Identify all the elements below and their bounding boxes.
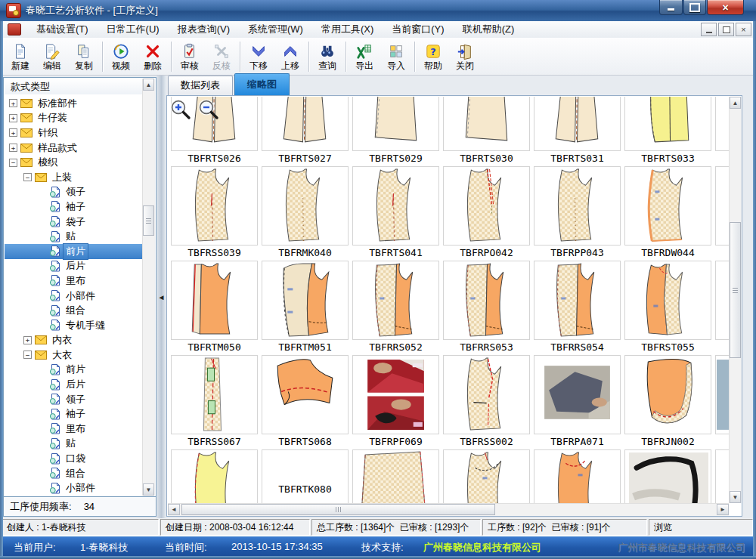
- tree-item-25[interactable]: 组合: [5, 466, 142, 481]
- tree-expand-toggle[interactable]: +: [23, 336, 32, 344]
- thumbnail-cell-r3c3[interactable]: TBFRSS002: [443, 355, 530, 448]
- tab-data-list[interactable]: 数据列表: [168, 76, 233, 95]
- toolbar-button-close-door[interactable]: 关闭: [449, 40, 481, 73]
- thumbnail-cell-r2c2[interactable]: TBFRRS052: [352, 261, 439, 354]
- menu-item-5[interactable]: 当前窗口(Y): [383, 21, 453, 38]
- menu-item-0[interactable]: 基础设置(T): [27, 21, 98, 38]
- toolbar-button-search-binoculars[interactable]: 查询: [311, 40, 343, 73]
- tab-thumbnail-view[interactable]: 缩略图: [234, 73, 290, 95]
- thumbnail-cell-r3c6[interactable]: [715, 355, 729, 434]
- thumbnail-cell-r4c2[interactable]: [352, 449, 439, 503]
- tree-item-2[interactable]: +针织: [5, 125, 142, 141]
- thumbnail-cell-r0c1[interactable]: TBFRTS027: [262, 97, 349, 165]
- menu-item-2[interactable]: 报表查询(V): [169, 21, 239, 38]
- thumbnail-cell-r1c0[interactable]: TBFRSS039: [171, 166, 258, 259]
- toolbar-button-video[interactable]: 视频: [105, 40, 137, 73]
- tree-item-14[interactable]: 组合: [5, 303, 142, 318]
- tree-item-17[interactable]: −大衣: [5, 347, 142, 363]
- toolbar-button-unaudit[interactable]: 反核: [206, 40, 237, 73]
- mdi-minimize-button[interactable]: [701, 23, 717, 36]
- thumbnail-cell-r2c0[interactable]: TBFRTM050: [171, 261, 258, 354]
- tree-item-11[interactable]: 后片: [5, 259, 142, 274]
- tree-expand-toggle[interactable]: +: [9, 144, 17, 152]
- thumbnail-cell-r0c3[interactable]: TBFRTS030: [443, 97, 530, 165]
- tree-item-15[interactable]: 专机手缝: [5, 318, 142, 333]
- toolbar-button-import[interactable]: 导入: [380, 40, 412, 73]
- toolbar-button-move-up[interactable]: 上移: [274, 40, 306, 73]
- thumbnail-cell-r1c2[interactable]: TBFRTS041: [352, 166, 439, 259]
- tree-item-7[interactable]: 袖子: [5, 199, 142, 215]
- tree-item-18[interactable]: 前片: [5, 363, 142, 378]
- tree-item-24[interactable]: 口袋: [5, 451, 142, 466]
- tree-item-21[interactable]: 袖子: [5, 406, 142, 422]
- thumbnail-cell-r2c3[interactable]: TBFRRS053: [443, 261, 530, 354]
- tree-expand-toggle[interactable]: −: [23, 173, 32, 181]
- tree-item-5[interactable]: −上装: [5, 170, 142, 185]
- tree-expand-toggle[interactable]: −: [23, 351, 32, 359]
- thumbnail-cell-r2c1[interactable]: TBFRTM051: [262, 261, 349, 354]
- tree-scroll-thumb[interactable]: [143, 205, 154, 236]
- menu-item-1[interactable]: 日常工作(U): [98, 21, 169, 38]
- thumbnail-cell-r0c6[interactable]: [715, 97, 729, 151]
- tree-item-1[interactable]: +牛仔装: [5, 111, 142, 126]
- tree-scroll-down-button[interactable]: ▼: [143, 483, 154, 496]
- tree-item-16[interactable]: +内衣: [5, 333, 142, 348]
- zoom-in-magnifier-icon[interactable]: [169, 98, 192, 124]
- toolbar-button-export-excel[interactable]: 导出: [349, 40, 380, 73]
- thumbnail-cell-r3c0[interactable]: TBFRSS067: [171, 355, 258, 448]
- thumbnail-cell-r1c5[interactable]: TBFRDW044: [624, 166, 711, 259]
- toolbar-button-new-document[interactable]: 新建: [5, 40, 36, 73]
- toolbar-button-delete[interactable]: 删除: [137, 40, 169, 73]
- tree-item-13[interactable]: 小部件: [5, 289, 142, 304]
- thumbnail-cell-r3c1[interactable]: TBFRTS068: [262, 355, 349, 448]
- thumbnail-cell-r4c0[interactable]: [171, 449, 258, 503]
- zoom-out-magnifier-icon[interactable]: [197, 98, 220, 124]
- tree-expand-toggle[interactable]: +: [9, 128, 17, 137]
- tree-item-22[interactable]: 里布: [5, 422, 142, 437]
- scroll-up-button[interactable]: ▲: [730, 97, 741, 109]
- thumbnail-cell-r4c6[interactable]: [715, 449, 729, 503]
- tree-expand-toggle[interactable]: +: [9, 114, 17, 122]
- close-button[interactable]: ×: [707, 0, 744, 15]
- tree-item-23[interactable]: 贴: [5, 437, 142, 452]
- thumbnail-cell-r3c2[interactable]: TBFRPF069: [352, 355, 439, 448]
- thumbnail-cell-r0c2[interactable]: TBFRTS029: [352, 97, 439, 165]
- tree-item-4[interactable]: −梭织: [5, 155, 142, 170]
- panel-splitter[interactable]: ◄: [156, 76, 166, 518]
- tree-item-8[interactable]: 袋子: [5, 215, 142, 230]
- toolbar-button-move-down[interactable]: 下移: [243, 40, 274, 73]
- toolbar-button-edit[interactable]: 编辑: [36, 40, 68, 73]
- thumbnail-cell-r1c4[interactable]: TBFRPP043: [534, 166, 621, 259]
- thumbnail-cell-r3c5[interactable]: TBFRJN002: [624, 355, 711, 448]
- horizontal-scrollbar[interactable]: ◄ ►: [168, 503, 729, 516]
- thumbnail-cell-r2c6[interactable]: [715, 261, 729, 340]
- thumbnail-cell-r2c5[interactable]: TBFRST055: [624, 261, 711, 354]
- scroll-down-button[interactable]: ▼: [730, 491, 741, 503]
- tree-expand-toggle[interactable]: −: [9, 159, 17, 167]
- tree-item-0[interactable]: +标准部件: [5, 96, 142, 111]
- tree-item-9[interactable]: 贴: [5, 229, 142, 244]
- vertical-scrollbar[interactable]: ▲ ▼: [729, 97, 742, 503]
- tree-item-26[interactable]: 小部件: [5, 480, 142, 496]
- thumbnail-cell-r0c5[interactable]: TBFRTS033: [624, 97, 711, 165]
- tree-item-19[interactable]: 后片: [5, 377, 142, 392]
- tree-item-10[interactable]: 前片: [5, 244, 142, 259]
- scroll-right-button[interactable]: ►: [717, 504, 729, 515]
- thumbnail-cell-r1c6[interactable]: [715, 166, 729, 246]
- menu-item-3[interactable]: 系统管理(W): [239, 21, 312, 38]
- thumbnail-cell-r1c3[interactable]: TBFRPO042: [443, 166, 530, 259]
- thumbnail-cell-r3c4[interactable]: TBFRPA071: [534, 355, 621, 448]
- mdi-close-button[interactable]: ×: [736, 23, 751, 36]
- tree-scroll-up-button[interactable]: ▲: [143, 79, 154, 91]
- menu-item-4[interactable]: 常用工具(X): [312, 21, 383, 38]
- thumbnail-cell-r4c5[interactable]: [624, 449, 711, 503]
- maximize-button[interactable]: [683, 0, 706, 15]
- vertical-scroll-thumb[interactable]: [730, 222, 741, 358]
- tree-expand-toggle[interactable]: +: [9, 99, 17, 107]
- thumbnail-cell-r2c4[interactable]: TBFRRS054: [534, 261, 621, 354]
- tree-item-6[interactable]: 领子: [5, 185, 142, 200]
- horizontal-scroll-thumb[interactable]: [181, 504, 495, 515]
- tree-scrollbar[interactable]: ▲ ▼: [142, 79, 155, 496]
- tree-item-12[interactable]: 里布: [5, 273, 142, 289]
- thumbnail-cell-r1c1[interactable]: TBFRMK040: [262, 166, 349, 259]
